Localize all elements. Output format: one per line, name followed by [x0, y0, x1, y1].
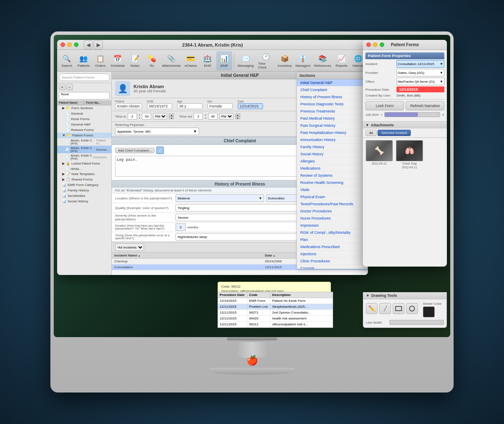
proc-row-4[interactable]: 12/11/2015 99420 health risk assessment — [218, 316, 333, 322]
sidebar-item-sensitivities[interactable]: 📊 Sensitivities — [57, 193, 111, 199]
section-link-review[interactable]: Review of Systems — [297, 172, 368, 179]
attachment-2[interactable]: 🫁 Chest Xray 2012-04-11 — [396, 140, 423, 169]
ehr-toolbar-btn[interactable]: 🏥 EHR — [200, 51, 215, 71]
stroke-color-swatch[interactable] — [423, 306, 435, 317]
rect-tool[interactable] — [393, 303, 404, 314]
section-link-meds-prescribed[interactable]: Medications Prescribed — [297, 243, 368, 251]
remove-btn[interactable]: − — [66, 84, 73, 90]
all-incidents-dropdown[interactable]: *All Incidents — [115, 243, 144, 251]
zoom-minus-icon[interactable]: − — [381, 113, 383, 117]
section-link-social[interactable]: Social History — [297, 151, 368, 158]
referring-physician-dropdown[interactable]: Applebee, Tyrone, MD ▼ — [115, 128, 199, 135]
close-button[interactable] — [60, 42, 65, 47]
section-link-initial[interactable]: Initial General H&P — [297, 79, 368, 86]
sidebar-item-locked-forms[interactable]: ▶ 🔒 Locked Patient Forms — [57, 161, 111, 166]
section-link-medications[interactable]: Medications — [297, 165, 368, 172]
selected-incident-tab[interactable]: Selected Incident — [378, 130, 411, 136]
sidebar-item-emr-form-cat[interactable]: 📊 EMR Form Category — [57, 182, 111, 188]
pf-office-dropdown[interactable]: MacPractice QA Server (O1) ▼ — [396, 78, 444, 85]
managers-toolbar-btn[interactable]: 👔 Managers — [294, 51, 312, 71]
section-link-doctor[interactable]: Doctor Procedures — [297, 208, 368, 215]
section-link-nurse[interactable]: Nurse Procedures — [297, 215, 368, 222]
add-chief-complaint-btn[interactable]: Add Chief Complaint... — [115, 148, 155, 153]
sidebar-item-release-forms[interactable]: 📄 Release Forms — [57, 127, 111, 133]
messaging-toolbar-btn[interactable]: ✉️ Messaging — [236, 51, 255, 71]
time-in-down[interactable]: ▼ — [169, 116, 174, 119]
all-tab[interactable]: All — [365, 130, 377, 136]
sidebar-item-general-hp[interactable]: 📄 General H&P — [57, 122, 111, 127]
time-in-up[interactable]: ▲ — [169, 113, 174, 116]
sidebar-item-family-history[interactable]: 📊 Family History — [57, 188, 111, 193]
time-in-minutes[interactable] — [142, 113, 151, 120]
schedule-toolbar-btn[interactable]: 📅 Schedule — [109, 51, 126, 71]
back-button[interactable]: ◀ — [84, 40, 93, 50]
rx-toolbar-btn[interactable]: 💊 Rx — [144, 51, 160, 71]
section-link-family[interactable]: Family History — [297, 144, 368, 151]
sidebar-item-patient-forms[interactable]: ▼ 📁 Patient Forms — [57, 133, 111, 138]
time-in-hours[interactable] — [128, 113, 137, 120]
section-link-injections[interactable]: Injections — [297, 251, 368, 258]
time-clock-toolbar-btn[interactable]: 🕐 Time Clock — [256, 51, 276, 71]
section-link-past-med[interactable]: Past Medical History — [297, 115, 368, 122]
sidebar-item-social-history[interactable]: 📊 Social History — [57, 199, 111, 204]
zoom-slider[interactable] — [384, 112, 440, 117]
time-in-ampm[interactable]: PMAM — [153, 113, 167, 120]
sidebar-item-kiosk-forms[interactable]: 📄 Kiosk Forms — [57, 116, 111, 122]
sidebar-item-hipaa[interactable]: 📄 HIPAA... — [57, 166, 111, 171]
emr-toolbar-btn[interactable]: 📊 EMR — [216, 51, 232, 71]
time-out-ampm[interactable]: PMAM — [219, 113, 234, 120]
forward-button[interactable]: ▶ — [94, 40, 103, 50]
section-link-past-hosp[interactable]: Past Hospitalization History — [297, 129, 368, 136]
sidebar-item-pf3[interactable]: 📄 Abram, Kristin C (Kris) Insurance... — [57, 153, 111, 161]
pf-procedure-date[interactable]: 12/14/2015 — [396, 86, 444, 92]
time-out-stepper[interactable]: ▲ ▼ — [235, 113, 240, 119]
location-dropdown-1[interactable]: Bilateral ▼ — [176, 194, 264, 202]
cc-checkbox[interactable]: ✓ — [156, 147, 164, 154]
patient-name-field[interactable]: Kristin Abram — [115, 103, 142, 109]
time-out-up[interactable]: ▲ — [235, 113, 240, 116]
patients-toolbar-btn[interactable]: 👥 Patients — [76, 51, 92, 71]
inventory-toolbar-btn[interactable]: 📦 Inventory — [276, 51, 293, 71]
orders-toolbar-btn[interactable]: 📋 Orders — [92, 51, 108, 71]
add-btn[interactable]: + — [59, 84, 66, 90]
filter-dropdown[interactable]: None — [59, 92, 110, 99]
sidebar-item-note-templates[interactable]: ▶ 📝 Note Templates — [57, 171, 111, 177]
section-link-physical[interactable]: Physical Exam — [297, 194, 368, 201]
search-patient-forms-input[interactable]: Search Patient Forms... — [59, 73, 110, 81]
proc-row-1[interactable]: 12/14/2015 EMR Form Patient Hx Kiosk For… — [218, 298, 333, 304]
duration-input[interactable] — [176, 223, 186, 231]
line-width-slider[interactable] — [389, 320, 444, 325]
section-link-prev-diag[interactable]: Previous Diagnostic Tests — [297, 101, 368, 108]
sidebar-item-shared-forms[interactable]: ▶ 📋 Shared Forms — [57, 177, 111, 182]
date-field[interactable]: 12/14/2015 — [238, 103, 263, 109]
section-link-routine[interactable]: Routine Health Screening — [297, 179, 368, 186]
section-link-risk[interactable]: RISK of Compl...idity/Mortality — [297, 229, 368, 236]
dob-field[interactable]: 08/19/1972 — [147, 103, 172, 109]
sidebar-item-form-sections[interactable]: ▶ 📁 Form Sections — [57, 105, 111, 111]
reports-toolbar-btn[interactable]: 📈 Reports — [333, 51, 349, 71]
section-link-past-surg[interactable]: Past Surgical History — [297, 122, 368, 129]
minimize-button[interactable] — [67, 42, 72, 47]
sidebar-item-pf2[interactable]: 📄 Abram, Kristin C (Kris) General... — [57, 146, 111, 153]
attachments-toolbar-btn[interactable]: 📎 Attachments — [161, 51, 182, 71]
search-toolbar-btn[interactable]: 🔍 Search — [59, 51, 75, 71]
sidebar-item-general[interactable]: 📄 General — [57, 111, 111, 116]
time-out-hours[interactable] — [194, 113, 203, 120]
pf-provider-dropdown[interactable]: Gates, Gary (GG) ▼ — [396, 69, 444, 76]
section-link-cc[interactable]: Chief Complaint — [297, 86, 368, 94]
section-link-hpi[interactable]: History of Present Illness — [297, 94, 368, 101]
line-tool[interactable]: ╱ — [379, 303, 391, 314]
section-link-immun[interactable]: Immunization History — [297, 136, 368, 144]
pf-minimize-btn[interactable] — [373, 42, 378, 47]
proc-row-2[interactable]: 12/11/2015 Problem List Streptobacillosi… — [218, 304, 333, 310]
section-link-allergies[interactable]: Allergies — [297, 158, 368, 165]
maximize-button[interactable] — [74, 42, 79, 47]
pf-close-btn[interactable] — [366, 42, 371, 47]
section-link-clinic[interactable]: Clinic Procedures — [297, 258, 368, 265]
section-link-vitals[interactable]: Vitals — [297, 186, 368, 194]
refresh-narrative-btn[interactable]: Refresh Narrative — [406, 101, 444, 110]
proc-row-5[interactable]: 12/11/2015 99212 office/outpatient visit… — [218, 322, 333, 327]
section-link-plan[interactable]: Plan — [297, 236, 368, 243]
pf-incident-dropdown[interactable]: Consultation 12/11/2015 ▼ — [396, 60, 444, 68]
notes-toolbar-btn[interactable]: 📝 Notes — [127, 51, 143, 71]
